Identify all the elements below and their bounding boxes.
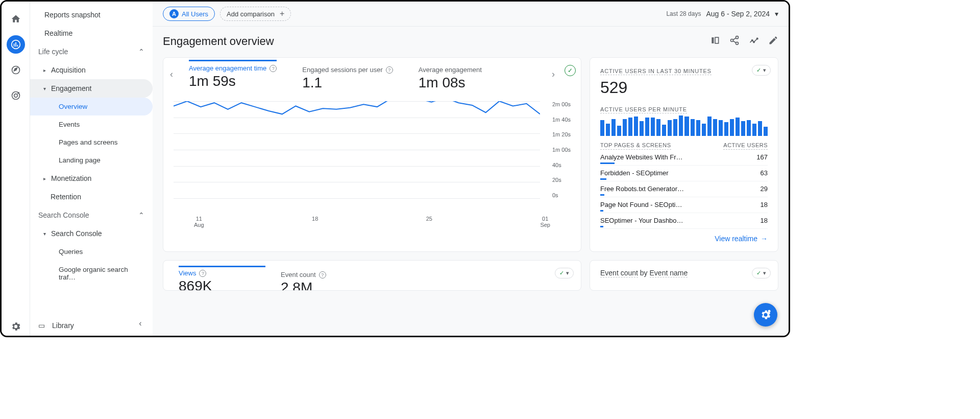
bar: [764, 127, 768, 136]
bar: [651, 118, 655, 136]
page-value: 63: [761, 169, 768, 180]
svg-point-9: [751, 40, 753, 41]
share-icon[interactable]: [729, 35, 740, 48]
line-chart: 2m 00s 1m 40s 1m 20s 1m 00s 40s 20s 0s: [174, 101, 571, 214]
bar: [724, 122, 728, 136]
sidebar-engagement-overview[interactable]: Overview: [30, 98, 153, 115]
link-label: View realtime: [715, 235, 757, 243]
chevron-up-icon: ⌃: [138, 48, 144, 56]
page-value: 29: [761, 185, 768, 196]
insights-icon[interactable]: [749, 35, 759, 48]
card-title: Event count by Event name: [600, 269, 768, 277]
help-icon[interactable]: ?: [386, 66, 393, 74]
topbar: A All Users Add comparison + Last 28 day…: [153, 2, 789, 27]
page-name: Analyze Websites With Fr…: [600, 153, 683, 161]
home-icon[interactable]: [7, 10, 25, 28]
compare-icon[interactable]: [710, 35, 720, 48]
sidebar-queries[interactable]: Queries: [30, 243, 153, 261]
bar: [736, 118, 740, 136]
sidebar-engagement-landing[interactable]: Landing page: [30, 151, 153, 169]
realtime-card: ✓▾ ACTIVE USERS IN LAST 30 MINUTES 529 A…: [590, 57, 778, 252]
reports-icon[interactable]: [7, 35, 25, 54]
svg-point-8: [736, 42, 739, 44]
svg-point-7: [731, 39, 733, 42]
metric-value: 1.1: [302, 75, 393, 91]
sidebar-acquisition[interactable]: Acquisition: [30, 61, 153, 79]
page-name: Forbidden - SEOptimer: [600, 169, 669, 177]
sidebar-realtime[interactable]: Realtime: [30, 24, 153, 42]
advertising-icon[interactable]: [7, 86, 25, 105]
bar: [713, 119, 717, 136]
page-value: 18: [761, 201, 768, 212]
table-row[interactable]: SEOptimer - Your Dashbo…18: [600, 213, 768, 229]
bar: [600, 120, 604, 136]
sidebar-item-label: Engagement: [51, 84, 91, 92]
sidebar-monetization[interactable]: Monetization: [30, 169, 153, 188]
metric-views[interactable]: Views? 869K: [179, 266, 265, 291]
table-row[interactable]: Page Not Found - SEOpti…18: [600, 197, 768, 213]
segment-chip-all-users[interactable]: A All Users: [163, 7, 215, 21]
y-tick: 1m 00s: [552, 147, 571, 153]
card-title-dimension: Event name: [650, 269, 688, 277]
explore-icon[interactable]: [7, 61, 25, 79]
realtime-subhead-label: ACTIVE USERS PER MINUTE: [600, 106, 687, 113]
svg-point-3: [14, 94, 17, 98]
help-icon[interactable]: ?: [319, 271, 326, 278]
realtime-active-users: 529: [600, 78, 768, 97]
help-icon[interactable]: ?: [199, 270, 206, 277]
page-name: SEOptimer - Your Dashbo…: [600, 217, 683, 224]
x-tick: 01: [542, 216, 548, 222]
mini-bar: [600, 226, 603, 227]
bar: [611, 119, 616, 136]
view-realtime-link[interactable]: View realtime →: [715, 235, 768, 243]
sidebar-section-lifecycle[interactable]: Life cycle⌃: [30, 42, 153, 61]
bar: [656, 119, 660, 136]
settings-icon[interactable]: [7, 317, 25, 336]
metric-label: Views: [179, 269, 196, 277]
sidebar-engagement-pages[interactable]: Pages and screens: [30, 133, 153, 151]
bar: [606, 124, 610, 136]
sidebar-section-searchconsole[interactable]: Search Console⌃: [30, 206, 153, 224]
sidebar-item-label: Acquisition: [51, 66, 86, 74]
data-quality-dropdown[interactable]: ✓▾: [752, 268, 771, 278]
chevron-down-icon: ▾: [763, 270, 766, 276]
sidebar-organic[interactable]: Google organic search traf…: [30, 261, 153, 286]
sidebar-collapse-button[interactable]: ‹: [133, 316, 148, 331]
table-row[interactable]: Forbidden - SEOptimer63: [600, 166, 768, 181]
table-row[interactable]: Free Robots.txt Generator…29: [600, 181, 768, 197]
svg-rect-5: [715, 37, 719, 43]
library-icon: ▭: [38, 321, 45, 330]
assistant-fab[interactable]: [754, 303, 777, 327]
metric-value: 869K: [179, 278, 265, 291]
bar: [747, 120, 751, 136]
sidebar-retention[interactable]: Retention: [30, 188, 153, 206]
metric-engaged-sessions-per-user[interactable]: Engaged sessions per user? 1.1: [302, 66, 393, 91]
x-tick: 18: [312, 216, 318, 222]
metric-label: Average engagement: [419, 66, 482, 74]
sidebar: Reports snapshot Realtime Life cycle⌃ Ac…: [30, 2, 153, 336]
bar: [702, 124, 706, 136]
help-icon[interactable]: ?: [270, 65, 277, 72]
check-icon: ✓: [756, 67, 761, 74]
sidebar-engagement[interactable]: Engagement: [30, 79, 153, 98]
metric-event-count[interactable]: Event count? 2.8M: [281, 271, 368, 291]
table-row[interactable]: Analyze Websites With Fr…167: [600, 150, 768, 166]
y-tick: 40s: [552, 162, 571, 168]
add-comparison-button[interactable]: Add comparison +: [220, 7, 291, 21]
sidebar-engagement-events[interactable]: Events: [30, 115, 153, 133]
sidebar-searchconsole[interactable]: Search Console: [30, 224, 153, 243]
svg-point-11: [756, 38, 758, 39]
x-tick-month: Sep: [540, 222, 550, 228]
edit-icon[interactable]: [768, 35, 778, 48]
sidebar-reports-snapshot[interactable]: Reports snapshot: [30, 6, 153, 24]
date-range-picker[interactable]: Last 28 days Aug 6 - Sep 2, 2024 ▾: [666, 10, 778, 18]
add-comparison-label: Add comparison: [227, 10, 275, 18]
x-tick: 25: [426, 216, 432, 222]
metric-avg-engagement[interactable]: Average engagement 1m 08s: [419, 66, 505, 91]
realtime-table-header: TOP PAGES & SCREENS ACTIVE USERS: [600, 142, 768, 150]
data-quality-dropdown[interactable]: ✓▾: [752, 65, 771, 76]
date-range-value: Aug 6 - Sep 2, 2024: [706, 10, 770, 18]
metric-avg-engagement-time[interactable]: Average engagement time? 1m 59s: [189, 60, 277, 89]
mini-bar: [600, 162, 615, 164]
date-range-label: Last 28 days: [666, 10, 701, 17]
